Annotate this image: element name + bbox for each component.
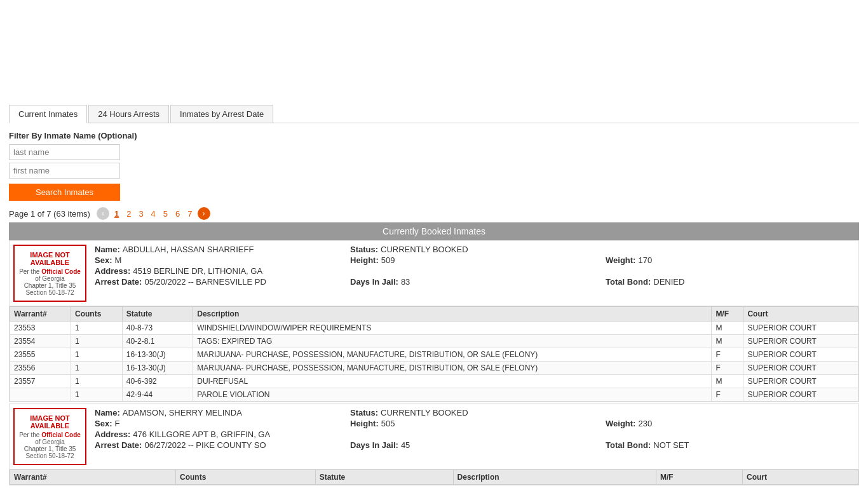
table-row: 23554140-2-8.1TAGS: EXPIRED TAGMSUPERIOR… (10, 335, 858, 348)
cell-statute: 40-6-392 (122, 375, 193, 388)
status-row: Status: CURRENTLY BOOKED (350, 245, 600, 254)
photo-legal-text: Per the Official Code of Georgia Chapter… (19, 431, 81, 459)
cell-counts: 1 (71, 375, 122, 388)
page-link-7[interactable]: 7 (185, 208, 194, 219)
inmate-status: CURRENTLY BOOKED (381, 408, 468, 417)
inmate-weight: 230 (638, 419, 652, 428)
cell-warrant (10, 388, 71, 402)
cell-statute: 42-9-44 (122, 388, 193, 402)
inmate-info-row: IMAGE NOT AVAILABLE Per the Official Cod… (10, 241, 858, 306)
cell-mf: F (712, 388, 743, 402)
tabs-container: Current Inmates 24 Hours Arrests Inmates… (9, 105, 859, 123)
cell-statute: 16-13-30(J) (122, 362, 193, 375)
col-mf: M/F (712, 307, 743, 322)
cell-description: WINDSHIELD/WINDOW/WIPER REQUIREMENTS (193, 322, 712, 335)
address-row: Address: 476 KILLGORE APT B, GRIFFIN, GA (95, 430, 856, 439)
photo-legal-text: Per the Official Code of Georgia Chapter… (19, 268, 81, 296)
inmate-days: 83 (401, 277, 410, 287)
cell-description: TAGS: EXPIRED TAG (193, 335, 712, 348)
inmate-block: IMAGE NOT AVAILABLE Per the Official Cod… (9, 240, 859, 402)
col-statute: Statute (315, 470, 453, 485)
status-row: Status: CURRENTLY BOOKED (350, 408, 600, 417)
last-name-input[interactable] (9, 144, 120, 160)
col-warrant: Warrant# (10, 470, 176, 485)
cell-court: SUPERIOR COURT (743, 388, 858, 402)
inmate-days: 45 (401, 440, 410, 450)
table-row: 23553140-8-73WINDSHIELD/WINDOW/WIPER REQ… (10, 322, 858, 335)
inmate-height: 509 (381, 255, 395, 265)
tab-inmates-by-arrest-date[interactable]: Inmates by Arrest Date (170, 105, 273, 123)
next-page-button[interactable]: › (198, 207, 210, 220)
tab-current-inmates[interactable]: Current Inmates (9, 105, 87, 123)
prev-page-button[interactable]: ‹ (97, 207, 109, 220)
image-not-available-label: IMAGE NOT AVAILABLE (17, 414, 83, 430)
warrants-table: Warrant# Counts Statute Description M/F … (10, 470, 858, 485)
cell-statute: 40-2-8.1 (122, 335, 193, 348)
cell-counts: 1 (71, 335, 122, 348)
cell-warrant: 23557 (10, 375, 71, 388)
inmate-photo: IMAGE NOT AVAILABLE Per the Official Cod… (13, 245, 86, 302)
sex-row: Sex: M (95, 255, 345, 265)
name-row: Name: ABDULLAH, HASSAN SHARRIEFF (95, 245, 345, 254)
cell-statute: 16-13-30(J) (122, 348, 193, 362)
sex-label: Sex: (95, 419, 112, 428)
sex-row: Sex: F (95, 419, 345, 428)
inmate-weight: 170 (638, 255, 652, 265)
days-in-jail-row: Days In Jail: 83 (350, 277, 600, 287)
page-link-4[interactable]: 4 (149, 208, 158, 219)
height-label: Height: (350, 419, 379, 428)
inmate-fields: Name: ADAMSON, SHERRY MELINDA Status: CU… (92, 404, 858, 469)
total-bond-label: Total Bond: (606, 440, 651, 450)
table-row: 23556116-13-30(J)MARIJUANA- PURCHASE, PO… (10, 362, 858, 375)
table-row: 23557140-6-392DUI-REFUSALMSUPERIOR COURT (10, 375, 858, 388)
page-link-5[interactable]: 5 (161, 208, 170, 219)
inmate-sex: F (114, 419, 119, 428)
page-link-3[interactable]: 3 (136, 208, 146, 219)
tab-24-hours-arrests[interactable]: 24 Hours Arrests (88, 105, 169, 123)
cell-warrant: 23555 (10, 348, 71, 362)
warrants-table: Warrant# Counts Statute Description M/F … (10, 306, 858, 402)
cell-court: SUPERIOR COURT (743, 362, 858, 375)
col-court: Court (743, 470, 858, 485)
pagination: Page 1 of 7 (63 items) ‹ 1 2 3 4 5 6 7 › (9, 207, 859, 220)
total-bond-label: Total Bond: (606, 277, 651, 287)
col-counts: Counts (71, 307, 122, 322)
cell-court: SUPERIOR COURT (743, 375, 858, 388)
address-row: Address: 4519 BERLINE DR, LITHONIA, GA (95, 266, 856, 276)
name-label: Name: (95, 408, 120, 417)
search-inmates-button[interactable]: Search Inmates (9, 184, 120, 201)
weight-row: Weight: 230 (606, 419, 856, 428)
inmate-sex: M (114, 255, 121, 265)
first-name-input[interactable] (9, 163, 120, 179)
cell-warrant: 23554 (10, 335, 71, 348)
cell-description: MARIJUANA- PURCHASE, POSSESSION, MANUFAC… (193, 348, 712, 362)
arrest-date-row: Arrest Date: 06/27/2022 -- PIKE COUNTY S… (95, 440, 345, 450)
arrest-date-row: Arrest Date: 05/20/2022 -- BARNESVILLE P… (95, 277, 345, 287)
page-link-6[interactable]: 6 (173, 208, 182, 219)
filter-title: Filter By Inmate Name (Optional) (9, 131, 859, 140)
inmate-name: ABDULLAH, HASSAN SHARRIEFF (123, 245, 254, 254)
col-description: Description (193, 307, 712, 322)
inmate-info-row: IMAGE NOT AVAILABLE Per the Official Cod… (10, 404, 858, 470)
col-description: Description (453, 470, 656, 485)
cell-court: SUPERIOR COURT (743, 348, 858, 362)
arrest-date-label: Arrest Date: (95, 440, 142, 450)
col-statute: Statute (122, 307, 193, 322)
cell-statute: 40-8-73 (122, 322, 193, 335)
table-row: 23555116-13-30(J)MARIJUANA- PURCHASE, PO… (10, 348, 858, 362)
name-label: Name: (95, 245, 120, 254)
inmate-block: IMAGE NOT AVAILABLE Per the Official Cod… (9, 403, 859, 485)
page-link-1[interactable]: 1 (112, 208, 121, 219)
cell-warrant: 23553 (10, 322, 71, 335)
height-row: Height: 509 (350, 255, 600, 265)
cell-counts: 1 (71, 348, 122, 362)
page-link-2[interactable]: 2 (124, 208, 133, 219)
inmate-photo: IMAGE NOT AVAILABLE Per the Official Cod… (13, 408, 86, 465)
image-not-available-label: IMAGE NOT AVAILABLE (17, 251, 83, 266)
cell-counts: 1 (71, 322, 122, 335)
cell-description: PAROLE VIOLATION (193, 388, 712, 402)
cell-mf: M (712, 322, 743, 335)
cell-description: DUI-REFUSAL (193, 375, 712, 388)
total-bond-row: Total Bond: DENIED (606, 277, 856, 287)
cell-mf: F (712, 362, 743, 375)
